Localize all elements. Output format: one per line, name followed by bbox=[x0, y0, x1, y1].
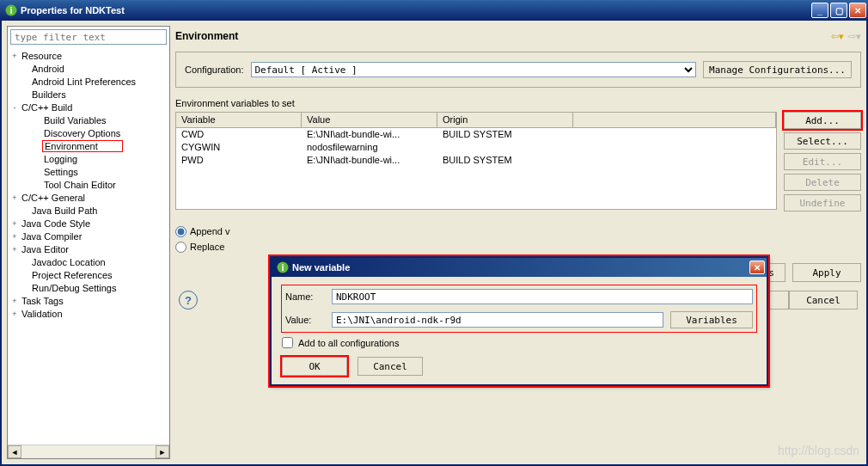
tree-item[interactable]: Javadoc Location bbox=[8, 255, 169, 268]
info-icon: i bbox=[277, 261, 289, 273]
tree-item[interactable]: Project References bbox=[8, 268, 169, 281]
addall-label: Add to all configurations bbox=[298, 338, 399, 348]
hscrollbar[interactable]: ◄ ► bbox=[8, 445, 169, 458]
env-label: Environment variables to set bbox=[175, 98, 861, 108]
scroll-track[interactable] bbox=[21, 445, 156, 458]
name-input[interactable] bbox=[332, 289, 753, 304]
manage-configs-button[interactable]: Manage Configurations... bbox=[703, 61, 852, 78]
env-table[interactable]: Variable Value Origin CWDE:\JNI\adt-bund… bbox=[175, 112, 777, 210]
tree-item[interactable]: Java Build Path bbox=[8, 204, 169, 217]
edit-button: Edit... bbox=[784, 153, 861, 170]
config-label: Configuration: bbox=[185, 64, 244, 75]
value-label: Value: bbox=[285, 315, 325, 325]
delete-button: Delete bbox=[784, 174, 861, 191]
table-row[interactable]: CWDE:\JNI\adt-bundle-wi...BUILD SYSTEM bbox=[176, 128, 776, 141]
tree-item[interactable]: +Java Compiler bbox=[8, 230, 169, 242]
value-input[interactable] bbox=[332, 312, 663, 328]
dialog-close-button[interactable]: ✕ bbox=[749, 261, 765, 274]
close-button[interactable]: ✕ bbox=[849, 3, 866, 18]
apply-button[interactable]: Apply bbox=[792, 263, 861, 282]
variables-button[interactable]: Variables bbox=[670, 311, 753, 328]
sidebar: +ResourceAndroidAndroid Lint Preferences… bbox=[7, 26, 170, 459]
select-button[interactable]: Select... bbox=[784, 132, 861, 150]
tree-item[interactable]: Logging bbox=[8, 152, 169, 165]
help-icon[interactable]: ? bbox=[179, 291, 198, 310]
tree-item[interactable]: Run/Debug Settings bbox=[8, 281, 169, 294]
dialog-cancel-button[interactable]: Cancel bbox=[358, 357, 423, 376]
maximize-button[interactable]: ▢ bbox=[830, 3, 847, 18]
filter-input[interactable] bbox=[10, 29, 167, 45]
info-icon: i bbox=[5, 4, 17, 16]
tree-item[interactable]: Discovery Options bbox=[8, 126, 169, 139]
tree-item[interactable]: Android bbox=[8, 62, 169, 75]
tree[interactable]: +ResourceAndroidAndroid Lint Preferences… bbox=[8, 47, 169, 445]
add-button[interactable]: Add... bbox=[784, 112, 861, 129]
tree-item[interactable]: -C/C++ Build bbox=[8, 101, 169, 113]
table-row[interactable]: CYGWINnodosfilewarning bbox=[176, 141, 776, 154]
tree-item[interactable]: Build Variables bbox=[8, 113, 169, 126]
col-spacer bbox=[573, 113, 776, 128]
table-row[interactable]: PWDE:\JNI\adt-bundle-wi...BUILD SYSTEM bbox=[176, 154, 776, 167]
tree-item[interactable]: Builders bbox=[8, 88, 169, 101]
titlebar: i Properties for NDKTest _ ▢ ✕ bbox=[0, 0, 868, 21]
dialog-ok-button[interactable]: OK bbox=[282, 357, 347, 376]
cancel-button[interactable]: Cancel bbox=[789, 291, 858, 310]
col-variable[interactable]: Variable bbox=[176, 113, 302, 128]
append-radio[interactable]: Append v bbox=[175, 224, 861, 239]
scroll-right-button[interactable]: ► bbox=[156, 445, 169, 458]
back-icon[interactable]: ⇦▾ bbox=[830, 29, 844, 43]
tree-item[interactable]: +Task Tags bbox=[8, 294, 169, 307]
svg-text:i: i bbox=[9, 5, 12, 15]
page-title: Environment bbox=[175, 30, 830, 42]
window-title: Properties for NDKTest bbox=[21, 5, 811, 15]
tree-item[interactable]: +Resource bbox=[8, 49, 169, 62]
scroll-left-button[interactable]: ◄ bbox=[8, 445, 21, 458]
tree-item[interactable]: +Validation bbox=[8, 307, 169, 320]
replace-radio[interactable]: Replace bbox=[175, 239, 861, 254]
tree-item[interactable]: Environment bbox=[8, 139, 169, 152]
col-value[interactable]: Value bbox=[302, 113, 437, 128]
tree-item[interactable]: +C/C++ General bbox=[8, 191, 169, 204]
tree-item[interactable]: Settings bbox=[8, 165, 169, 178]
col-origin[interactable]: Origin bbox=[437, 113, 573, 128]
undefine-button: Undefine bbox=[784, 194, 861, 212]
new-variable-dialog: i New variable ✕ Name: Value: Variables … bbox=[270, 256, 768, 386]
tree-item[interactable]: Tool Chain Editor bbox=[8, 178, 169, 191]
tree-item[interactable]: Android Lint Preferences bbox=[8, 75, 169, 88]
config-select[interactable]: Default [ Active ] bbox=[251, 62, 697, 77]
addall-checkbox[interactable] bbox=[282, 337, 293, 348]
dialog-title: New variable bbox=[292, 262, 749, 273]
name-label: Name: bbox=[285, 291, 325, 302]
tree-item[interactable]: +Java Code Style bbox=[8, 217, 169, 230]
minimize-button[interactable]: _ bbox=[811, 3, 828, 18]
forward-icon[interactable]: ⇨▾ bbox=[847, 29, 861, 43]
tree-item[interactable]: +Java Editor bbox=[8, 242, 169, 255]
svg-text:i: i bbox=[281, 262, 284, 273]
